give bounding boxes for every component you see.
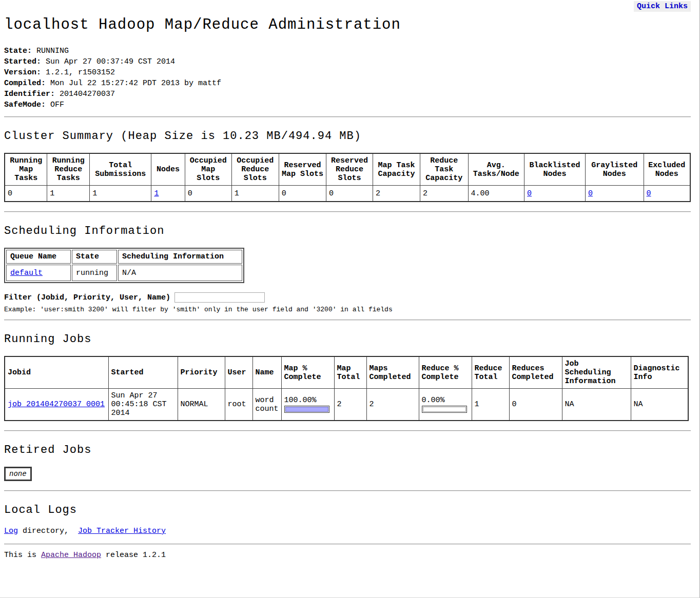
column-header: Reduce Task Capacity <box>420 153 469 186</box>
retired-jobs-heading: Retired Jobs <box>4 444 691 456</box>
apache-hadoop-link[interactable]: Apache Hadoop <box>41 551 101 560</box>
info-identifier-value: 201404270037 <box>60 90 115 98</box>
info-version: Version: 1.2.1, r1503152 <box>4 67 691 78</box>
avg-tasks-node-value: 4.00 <box>468 186 524 202</box>
diagnostic-info-cell: NA <box>631 389 688 421</box>
queue-name-cell: default <box>6 265 71 281</box>
map-percent-cell: 100.00% <box>281 389 334 421</box>
nodes-link[interactable]: 1 <box>154 189 159 198</box>
running-jobs-header-row: Jobid Started Priority User Name Map % C… <box>5 356 688 389</box>
page: Quick Links localhost Hadoop Map/Reduce … <box>0 0 700 598</box>
column-header: Priority <box>178 356 225 389</box>
info-safemode: SafeMode: OFF <box>4 99 691 110</box>
divider <box>4 490 691 491</box>
column-header: Started <box>108 356 178 389</box>
job-tracker-history-link[interactable]: Job Tracker History <box>78 527 166 535</box>
retired-jobs-none-cell: none <box>5 468 31 480</box>
map-percent-text: 100.00% <box>284 396 332 405</box>
filter-input[interactable] <box>174 292 265 303</box>
divider <box>4 211 691 212</box>
info-compiled-value: Mon Jul 22 15:27:42 PDT 2013 by mattf <box>50 79 221 88</box>
filter-row: Filter (Jobid, Priority, User, Name) <box>4 292 691 303</box>
log-directory-link[interactable]: Log <box>4 527 18 535</box>
column-header: User <box>225 356 252 389</box>
footer-prefix: This is <box>4 551 36 560</box>
filter-label: Filter (Jobid, Priority, User, Name) <box>4 293 170 302</box>
column-header: State <box>72 250 117 264</box>
reduce-progress-bar <box>422 406 467 413</box>
filter-example: Example: 'user:smith 3200' will filter b… <box>4 306 691 313</box>
column-header: Running Reduce Tasks <box>47 153 90 186</box>
cluster-info-block: State: RUNNING Started: Sun Apr 27 00:37… <box>4 46 691 110</box>
priority-cell: NORMAL <box>178 389 225 421</box>
user-cell: root <box>225 389 252 421</box>
info-compiled-label: Compiled: <box>4 79 46 88</box>
column-header: Occupied Reduce Slots <box>231 153 279 186</box>
divider <box>4 116 691 117</box>
cluster-summary-header-row: Running Map Tasks Running Reduce Tasks T… <box>5 153 690 186</box>
info-state-value: RUNNING <box>36 47 69 55</box>
column-header: Graylisted Nodes <box>586 153 644 186</box>
reduces-completed-cell: 0 <box>509 389 562 421</box>
column-header: Name <box>252 356 281 389</box>
info-started-value: Sun Apr 27 00:37:49 CST 2014 <box>46 57 175 66</box>
column-header: Map Task Capacity <box>373 153 420 186</box>
column-header: Occupied Map Slots <box>185 153 231 186</box>
scheduling-heading: Scheduling Information <box>4 225 691 237</box>
info-identifier-label: Identifier: <box>4 90 55 98</box>
local-logs-heading: Local Logs <box>4 504 691 516</box>
reduce-task-capacity-value: 2 <box>420 186 469 202</box>
quick-links-button[interactable]: Quick Links <box>634 1 691 12</box>
occupied-reduce-slots-value: 1 <box>231 186 279 202</box>
blacklisted-nodes-link[interactable]: 0 <box>527 189 532 198</box>
map-progress-bar <box>284 406 329 413</box>
column-header: Reduce % Complete <box>419 356 472 389</box>
excluded-nodes-link[interactable]: 0 <box>647 189 651 198</box>
column-header: Total Submissions <box>90 153 151 186</box>
local-logs-text: directory, <box>23 527 69 535</box>
queue-default-link[interactable]: default <box>10 269 43 277</box>
blacklisted-nodes-cell: 0 <box>524 186 586 202</box>
column-header: Jobid <box>5 356 108 389</box>
running-jobs-heading: Running Jobs <box>4 333 691 346</box>
column-header: Avg. Tasks/Node <box>468 153 524 186</box>
reduce-total-cell: 1 <box>472 389 509 421</box>
reduce-percent-text: 0.00% <box>422 396 469 405</box>
info-state: State: RUNNING <box>4 46 691 56</box>
reduce-percent-cell: 0.00% <box>419 389 472 421</box>
column-header: Queue Name <box>6 250 71 264</box>
column-header: Map Total <box>334 356 366 389</box>
maps-completed-cell: 2 <box>366 389 419 421</box>
column-header: Reserved Reduce Slots <box>326 153 373 186</box>
info-state-label: State: <box>4 47 32 55</box>
footer: This is Apache Hadoop release 1.2.1 <box>4 551 691 560</box>
nodes-cell: 1 <box>151 186 185 202</box>
reduce-progress-fill <box>423 407 466 412</box>
column-header: Scheduling Information <box>118 250 242 264</box>
retired-jobs-empty-row: none <box>5 468 31 480</box>
running-map-tasks-value: 0 <box>5 186 47 202</box>
info-version-label: Version: <box>4 68 41 77</box>
info-compiled: Compiled: Mon Jul 22 15:27:42 PDT 2013 b… <box>4 78 691 89</box>
job-link[interactable]: job_201404270037_0001 <box>8 400 105 409</box>
column-header: Running Map Tasks <box>5 153 47 186</box>
info-started-label: Started: <box>4 57 41 66</box>
info-safemode-value: OFF <box>50 101 64 109</box>
map-total-cell: 2 <box>334 389 366 421</box>
reserved-reduce-slots-value: 0 <box>326 186 373 202</box>
occupied-map-slots-value: 0 <box>185 186 231 202</box>
column-header: Blacklisted Nodes <box>524 153 586 186</box>
name-cell: word count <box>252 389 281 421</box>
column-header: Job Scheduling Information <box>562 356 631 389</box>
graylisted-nodes-cell: 0 <box>586 186 644 202</box>
started-cell: Sun Apr 27 00:45:18 CST 2014 <box>108 389 178 421</box>
cluster-summary-heading: Cluster Summary (Heap Size is 10.23 MB/4… <box>4 130 691 143</box>
quick-links-bar: Quick Links <box>4 1 691 13</box>
scheduling-table: Queue Name State Scheduling Information … <box>4 248 244 283</box>
column-header: Excluded Nodes <box>644 153 690 186</box>
queue-state-cell: running <box>72 265 117 281</box>
divider <box>4 544 691 545</box>
column-header: Nodes <box>151 153 185 186</box>
graylisted-nodes-link[interactable]: 0 <box>588 189 593 198</box>
divider <box>4 430 691 431</box>
